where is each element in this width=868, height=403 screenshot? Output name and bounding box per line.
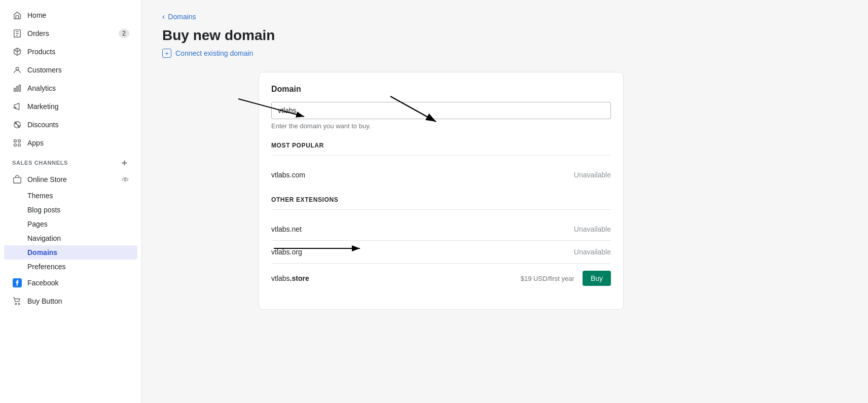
connect-existing-domain-link[interactable]: + Connect existing domain [162, 49, 848, 58]
sidebar-item-analytics-label: Analytics [27, 84, 56, 92]
page-title: Buy new domain [162, 27, 848, 44]
svg-point-13 [122, 178, 128, 181]
sidebar-item-facebook[interactable]: Facebook [4, 274, 137, 292]
sidebar-item-apps-label: Apps [27, 139, 44, 147]
other-extensions-label: OTHER EXTENSIONS [271, 196, 611, 203]
analytics-icon [12, 83, 22, 93]
svg-rect-10 [14, 144, 17, 146]
other-extensions-section: OTHER EXTENSIONS vtlabs.net Unavailable … [271, 196, 611, 293]
pages-label: Pages [27, 220, 48, 228]
apps-icon [12, 138, 22, 148]
divider2 [271, 209, 611, 210]
svg-point-16 [15, 303, 17, 305]
svg-rect-3 [17, 86, 18, 91]
sidebar-item-home-label: Home [27, 11, 46, 19]
products-icon [12, 47, 22, 57]
sidebar-item-preferences[interactable]: Preferences [4, 260, 137, 274]
domain-price-store: $19 USD/first year [521, 275, 574, 282]
sales-channels-header: SALES CHANNELS ＋ [0, 152, 141, 170]
sidebar-item-analytics[interactable]: Analytics [4, 79, 137, 97]
domain-name-org: vtlabs.org [271, 248, 302, 256]
domain-status-com: Unavailable [574, 171, 611, 179]
buy-button[interactable]: Buy [583, 271, 611, 286]
sidebar-item-marketing[interactable]: Marketing [4, 97, 137, 116]
most-popular-section: MOST POPULAR vtlabs.com Unavailable [271, 142, 611, 186]
breadcrumb-chevron-icon: ‹ [162, 12, 165, 21]
svg-point-1 [16, 67, 18, 70]
sidebar-item-customers[interactable]: Customers [4, 61, 137, 79]
sidebar-item-blog-posts[interactable]: Blog posts [4, 203, 137, 217]
divider [271, 155, 611, 156]
sidebar-item-products-label: Products [27, 48, 55, 56]
sidebar-item-buy-button[interactable]: Buy Button [4, 292, 137, 310]
facebook-icon [12, 278, 22, 288]
sidebar-item-online-store[interactable]: Online Store [4, 170, 137, 189]
sidebar-item-marketing-label: Marketing [27, 102, 58, 111]
domain-name-com: vtlabs.com [271, 171, 305, 179]
online-store-icon [12, 174, 22, 185]
domain-buy-group: $19 USD/first year Buy [521, 271, 611, 286]
breadcrumb-text: Domains [168, 13, 196, 21]
svg-point-14 [124, 178, 126, 180]
sidebar-item-themes[interactable]: Themes [4, 189, 137, 203]
domain-result-com: vtlabs.com Unavailable [271, 164, 611, 186]
domain-hint: Enter the domain you want to buy. [271, 122, 611, 130]
orders-icon [12, 28, 22, 39]
sidebar-item-pages[interactable]: Pages [4, 217, 137, 231]
sidebar-item-home[interactable]: Home [4, 6, 137, 24]
marketing-icon [12, 101, 22, 112]
sales-channels-label: SALES CHANNELS [12, 160, 68, 166]
svg-rect-11 [18, 144, 21, 146]
themes-label: Themes [27, 192, 53, 200]
facebook-label: Facebook [27, 279, 58, 287]
domain-name-net: vtlabs.net [271, 225, 302, 233]
domain-status-org: Unavailable [574, 248, 611, 256]
svg-point-17 [18, 303, 20, 305]
online-store-label: Online Store [27, 175, 67, 184]
connect-domain-icon: + [162, 49, 171, 58]
discounts-icon [12, 120, 22, 130]
svg-rect-9 [18, 140, 21, 142]
home-icon [12, 10, 22, 20]
domain-result-net: vtlabs.net Unavailable [271, 218, 611, 241]
blog-posts-label: Blog posts [27, 206, 60, 214]
sidebar: Home Orders 2 Products Customers Analyti… [0, 0, 142, 403]
sidebar-item-orders-label: Orders [27, 29, 49, 38]
sidebar-item-products[interactable]: Products [4, 43, 137, 61]
domain-name-store: vtlabs.store [271, 274, 309, 282]
domain-card: Domain Enter the domain you want to buy.… [259, 72, 624, 310]
domain-card-title: Domain [271, 85, 611, 94]
sidebar-item-discounts[interactable]: Discounts [4, 116, 137, 134]
add-channel-icon[interactable]: ＋ [120, 158, 129, 167]
svg-rect-4 [19, 85, 21, 92]
domain-input[interactable] [271, 102, 611, 119]
orders-badge: 2 [119, 29, 129, 38]
navigation-label: Navigation [27, 234, 61, 242]
sidebar-item-discounts-label: Discounts [27, 121, 58, 129]
eye-icon[interactable] [121, 175, 129, 184]
domain-result-org: vtlabs.org Unavailable [271, 241, 611, 264]
domain-status-net: Unavailable [574, 225, 611, 233]
connect-domain-text: Connect existing domain [175, 49, 253, 57]
domains-label: Domains [27, 248, 57, 257]
svg-rect-2 [14, 88, 16, 91]
buy-button-icon [12, 296, 22, 306]
sidebar-item-navigation[interactable]: Navigation [4, 231, 137, 245]
buy-button-label: Buy Button [27, 297, 62, 305]
breadcrumb[interactable]: ‹ Domains [162, 12, 848, 21]
sidebar-item-apps[interactable]: Apps [4, 134, 137, 152]
preferences-label: Preferences [27, 263, 65, 271]
customers-icon [12, 65, 22, 75]
sidebar-item-domains[interactable]: Domains [4, 245, 137, 260]
sidebar-item-customers-label: Customers [27, 66, 62, 74]
most-popular-label: MOST POPULAR [271, 142, 611, 149]
sidebar-item-orders[interactable]: Orders 2 [4, 24, 137, 43]
domain-result-store: vtlabs.store $19 USD/first year Buy [271, 264, 611, 293]
main-content: ‹ Domains Buy new domain + Connect exist… [142, 0, 868, 403]
svg-rect-8 [14, 140, 17, 142]
svg-rect-12 [14, 177, 21, 183]
